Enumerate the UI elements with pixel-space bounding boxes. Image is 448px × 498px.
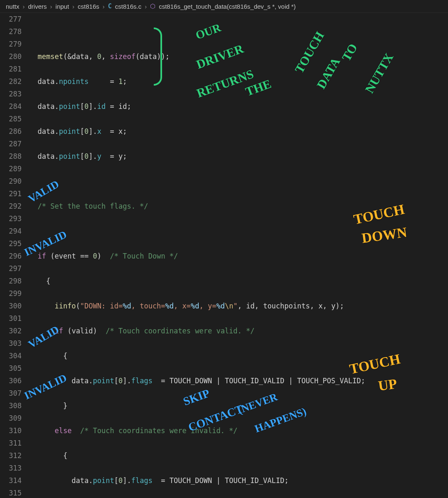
- code-line[interactable]: {: [29, 350, 448, 362]
- var: touchpoints: [263, 302, 310, 310]
- chevron-right-icon: ›: [145, 3, 147, 10]
- crumb-nuttx[interactable]: nuttx: [6, 3, 20, 10]
- chevron-right-icon: ›: [23, 3, 25, 10]
- var: event: [54, 252, 76, 260]
- num: 0: [93, 252, 97, 260]
- line-number: 303: [0, 337, 22, 350]
- code-line[interactable]: if (valid) /* Touch coordinates were val…: [29, 325, 448, 337]
- line-number: 313: [0, 462, 22, 474]
- line-number: 310: [0, 424, 22, 437]
- line-number: 281: [0, 63, 22, 75]
- line-number: 287: [0, 138, 22, 150]
- fmt: %d: [191, 302, 199, 310]
- line-number: 304: [0, 350, 22, 362]
- line-number: 279: [0, 38, 22, 50]
- field: point: [59, 102, 80, 111]
- code-line[interactable]: {: [29, 449, 448, 462]
- arg: &data: [67, 52, 89, 61]
- line-number: 312: [0, 449, 22, 462]
- line-number: 307: [0, 387, 22, 399]
- arg: data: [140, 52, 157, 61]
- line-number-gutter: 2772782792802812822832842852862872882892…: [0, 13, 29, 498]
- kw: if: [54, 327, 63, 335]
- line-number: 295: [0, 237, 22, 250]
- const: TOUCH_ID_VALID: [225, 476, 284, 485]
- code-line[interactable]: data.point[0].id = id;: [29, 100, 448, 113]
- code-line[interactable]: memset(&data, 0, sizeof(data));: [29, 50, 448, 63]
- str: , x=: [174, 302, 191, 310]
- line-number: 294: [0, 225, 22, 237]
- num: 0: [118, 377, 123, 385]
- var: valid: [71, 327, 93, 335]
- kw: else: [54, 427, 71, 435]
- field: point: [59, 127, 80, 136]
- code-line[interactable]: else /* Touch coordinates were invalid. …: [29, 424, 448, 437]
- code-line[interactable]: {: [29, 275, 448, 287]
- var: x: [318, 302, 322, 310]
- code-line[interactable]: data.point[0].flags = TOUCH_DOWN | TOUCH…: [29, 375, 448, 387]
- code-line[interactable]: data.npoints = 1;: [29, 75, 448, 88]
- line-number: 297: [0, 262, 22, 275]
- comment: /* Touch coordinates were valid. */: [106, 327, 254, 335]
- code-line[interactable]: [29, 175, 448, 187]
- line-number: 289: [0, 163, 22, 175]
- crumb-input[interactable]: input: [56, 3, 69, 10]
- var: y: [331, 302, 335, 310]
- breadcrumb[interactable]: nuttx › drivers › input › cst816s › C cs…: [0, 0, 448, 13]
- line-number: 308: [0, 399, 22, 412]
- num: 0: [97, 52, 101, 61]
- line-number: 278: [0, 25, 22, 38]
- code-line[interactable]: }: [29, 399, 448, 412]
- fmt: %d: [165, 302, 174, 310]
- comment: /* Touch Down */: [110, 252, 178, 260]
- const: TOUCH_POS_VALID: [297, 377, 361, 385]
- escape: \n: [225, 302, 233, 310]
- var: y: [118, 152, 123, 160]
- crumb-cst816s-folder[interactable]: cst816s: [78, 3, 99, 10]
- num: 0: [84, 152, 89, 160]
- num: 0: [84, 127, 89, 136]
- line-number: 293: [0, 212, 22, 225]
- crumb-file[interactable]: cst816s.c: [115, 3, 141, 10]
- line-number: 282: [0, 75, 22, 88]
- crumb-symbol[interactable]: cst816s_get_touch_data(cst816s_dev_s *, …: [159, 3, 295, 10]
- line-number: 290: [0, 175, 22, 187]
- comment: /* Touch coordinates were invalid. */: [80, 427, 238, 435]
- code-line[interactable]: data.point[0].flags = TOUCH_DOWN | TOUCH…: [29, 474, 448, 487]
- code-line[interactable]: [29, 25, 448, 38]
- field: point: [59, 152, 80, 160]
- line-number: 311: [0, 437, 22, 449]
- const: TOUCH_DOWN: [170, 476, 212, 485]
- var: id: [118, 102, 127, 111]
- line-number: 284: [0, 100, 22, 113]
- code-line[interactable]: [29, 225, 448, 237]
- kw: if: [37, 252, 46, 260]
- line-number: 283: [0, 88, 22, 100]
- code-line[interactable]: /* Set the touch flags. */: [29, 200, 448, 212]
- field: point: [93, 377, 114, 385]
- num: 1: [118, 77, 123, 86]
- chevron-right-icon: ›: [72, 3, 74, 10]
- field: y: [97, 152, 101, 160]
- code-line[interactable]: data.point[0].x = x;: [29, 125, 448, 138]
- field: flags: [131, 377, 153, 385]
- line-number: 309: [0, 412, 22, 424]
- field: flags: [131, 476, 153, 485]
- line-number: 286: [0, 125, 22, 138]
- code-line[interactable]: data.point[0].y = y;: [29, 150, 448, 163]
- c-file-icon: C: [108, 2, 112, 10]
- code-area[interactable]: memset(&data, 0, sizeof(data)); data.npo…: [29, 13, 448, 498]
- var: id: [246, 302, 254, 310]
- str: "DOWN: id=: [80, 302, 123, 310]
- line-number: 315: [0, 487, 22, 498]
- line-number: 306: [0, 375, 22, 387]
- str: ": [233, 302, 237, 310]
- const: TOUCH_ID_VALID: [225, 377, 284, 385]
- crumb-drivers[interactable]: drivers: [28, 3, 47, 10]
- code-line[interactable]: iinfo("DOWN: id=%d, touch=%d, x=%d, y=%d…: [29, 300, 448, 312]
- line-number: 296: [0, 250, 22, 262]
- comment: /* Set the touch flags. */: [37, 202, 148, 210]
- code-editor[interactable]: 2772782792802812822832842852862872882892…: [0, 13, 448, 498]
- code-line[interactable]: if (event == 0) /* Touch Down */: [29, 250, 448, 262]
- line-number: 305: [0, 362, 22, 375]
